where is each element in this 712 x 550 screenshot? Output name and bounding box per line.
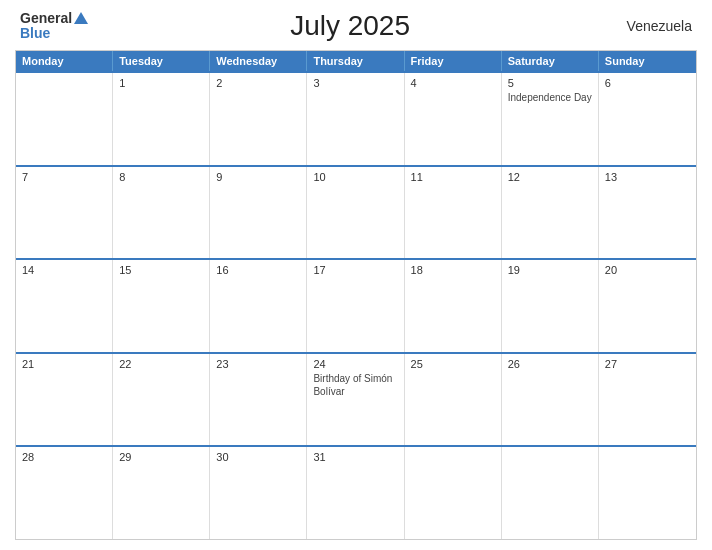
day-number: 23 (216, 358, 300, 370)
day-cell: 21 (16, 354, 113, 446)
day-number: 10 (313, 171, 397, 183)
calendar-title: July 2025 (88, 10, 612, 42)
day-cell: 10 (307, 167, 404, 259)
day-cell: 15 (113, 260, 210, 352)
day-number: 8 (119, 171, 203, 183)
col-header-wednesday: Wednesday (210, 51, 307, 71)
day-number: 16 (216, 264, 300, 276)
col-header-friday: Friday (405, 51, 502, 71)
header: General Blue July 2025 Venezuela (15, 10, 697, 42)
day-number: 28 (22, 451, 106, 463)
day-number: 9 (216, 171, 300, 183)
day-number: 24 (313, 358, 397, 370)
day-event: Birthday of Simón Bolívar (313, 372, 397, 398)
day-cell: 11 (405, 167, 502, 259)
day-cell: 31 (307, 447, 404, 539)
day-number: 5 (508, 77, 592, 89)
week-row-4: 21222324Birthday of Simón Bolívar252627 (16, 352, 696, 446)
day-cell: 12 (502, 167, 599, 259)
day-number: 4 (411, 77, 495, 89)
day-cell: 23 (210, 354, 307, 446)
weeks-container: 12345Independence Day6789101112131415161… (16, 71, 696, 539)
day-number: 12 (508, 171, 592, 183)
day-cell: 9 (210, 167, 307, 259)
day-number: 2 (216, 77, 300, 89)
logo-general-text: General (20, 11, 72, 25)
day-number: 1 (119, 77, 203, 89)
calendar-page: General Blue July 2025 Venezuela MondayT… (0, 0, 712, 550)
logo-blue-text: Blue (20, 25, 50, 41)
day-cell: 14 (16, 260, 113, 352)
col-header-saturday: Saturday (502, 51, 599, 71)
day-number: 30 (216, 451, 300, 463)
day-number: 31 (313, 451, 397, 463)
day-cell: 26 (502, 354, 599, 446)
day-cell: 7 (16, 167, 113, 259)
week-row-1: 12345Independence Day6 (16, 71, 696, 165)
day-number: 11 (411, 171, 495, 183)
day-cell: 3 (307, 73, 404, 165)
col-header-tuesday: Tuesday (113, 51, 210, 71)
day-cell: 13 (599, 167, 696, 259)
day-cell: 5Independence Day (502, 73, 599, 165)
day-number: 18 (411, 264, 495, 276)
day-cell: 20 (599, 260, 696, 352)
day-number: 27 (605, 358, 690, 370)
day-number: 13 (605, 171, 690, 183)
day-number: 3 (313, 77, 397, 89)
day-cell: 4 (405, 73, 502, 165)
day-number: 14 (22, 264, 106, 276)
day-cell: 8 (113, 167, 210, 259)
day-event: Independence Day (508, 91, 592, 104)
day-cell: 17 (307, 260, 404, 352)
day-number: 15 (119, 264, 203, 276)
col-header-thursday: Thursday (307, 51, 404, 71)
day-cell (502, 447, 599, 539)
week-row-5: 28293031 (16, 445, 696, 539)
day-cell: 2 (210, 73, 307, 165)
day-cell: 1 (113, 73, 210, 165)
day-cell: 22 (113, 354, 210, 446)
day-cell: 30 (210, 447, 307, 539)
week-row-3: 14151617181920 (16, 258, 696, 352)
day-cell: 28 (16, 447, 113, 539)
day-number: 21 (22, 358, 106, 370)
day-number: 25 (411, 358, 495, 370)
day-number: 6 (605, 77, 690, 89)
day-number: 22 (119, 358, 203, 370)
day-number: 20 (605, 264, 690, 276)
col-header-monday: Monday (16, 51, 113, 71)
day-number: 29 (119, 451, 203, 463)
logo-line2: Blue (20, 25, 88, 41)
day-cell: 29 (113, 447, 210, 539)
day-cell: 25 (405, 354, 502, 446)
calendar-grid: MondayTuesdayWednesdayThursdayFridaySatu… (15, 50, 697, 540)
day-cell (599, 447, 696, 539)
day-cell: 27 (599, 354, 696, 446)
logo-line1: General (20, 11, 88, 25)
day-cell (16, 73, 113, 165)
day-number: 26 (508, 358, 592, 370)
column-headers: MondayTuesdayWednesdayThursdayFridaySatu… (16, 51, 696, 71)
day-number: 19 (508, 264, 592, 276)
day-cell: 6 (599, 73, 696, 165)
country-label: Venezuela (612, 18, 692, 34)
day-cell: 16 (210, 260, 307, 352)
logo-triangle-icon (74, 12, 88, 24)
day-cell: 18 (405, 260, 502, 352)
week-row-2: 78910111213 (16, 165, 696, 259)
col-header-sunday: Sunday (599, 51, 696, 71)
day-cell: 24Birthday of Simón Bolívar (307, 354, 404, 446)
day-number: 17 (313, 264, 397, 276)
day-cell: 19 (502, 260, 599, 352)
day-number: 7 (22, 171, 106, 183)
logo: General Blue (20, 11, 88, 41)
day-cell (405, 447, 502, 539)
